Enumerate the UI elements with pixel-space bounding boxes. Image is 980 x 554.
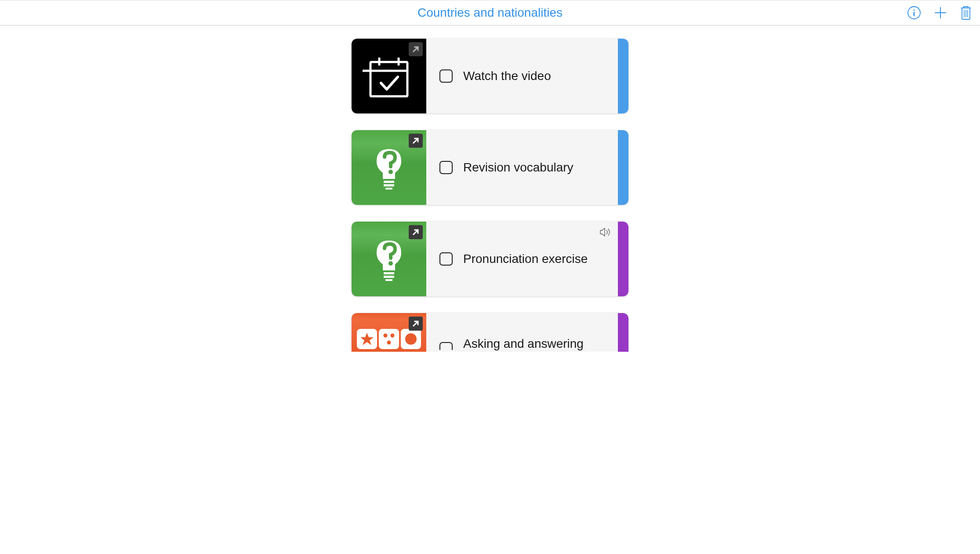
svg-point-20 [384, 334, 388, 338]
card-thumbnail [352, 39, 426, 113]
plus-icon [933, 6, 947, 20]
header-actions [907, 5, 972, 20]
page-title: Countries and nationalities [417, 6, 563, 20]
arrow-up-right-icon [411, 319, 420, 328]
add-button[interactable] [933, 6, 947, 20]
svg-point-22 [387, 341, 391, 345]
calendar-icon [363, 50, 415, 102]
dice-icon [381, 332, 396, 346]
svg-rect-2 [914, 12, 915, 16]
lightbulb-question-icon [367, 141, 411, 194]
expand-badge [409, 317, 423, 331]
svg-point-15 [388, 170, 393, 174]
svg-rect-8 [370, 62, 407, 96]
task-checkbox[interactable] [439, 252, 453, 266]
expand-badge [409, 134, 423, 148]
svg-point-23 [405, 333, 417, 345]
card-body: Asking and answering [426, 313, 618, 352]
card-title: Pronunciation exercise [463, 252, 588, 266]
audio-indicator [599, 227, 612, 239]
trash-icon [960, 5, 972, 20]
svg-rect-18 [385, 279, 392, 281]
expand-badge [409, 42, 423, 56]
card-body: Pronunciation exercise [426, 222, 618, 296]
header-bar: Countries and nationalities [0, 0, 980, 26]
star-icon [359, 332, 374, 346]
card-body: Revision vocabulary [426, 130, 618, 205]
svg-point-21 [391, 334, 395, 338]
svg-rect-16 [384, 272, 394, 274]
lesson-card[interactable]: Asking and answering [352, 313, 628, 352]
lightbulb-question-icon [367, 233, 411, 285]
game-tiles-icon [357, 329, 421, 349]
card-title: Watch the video [463, 69, 551, 83]
info-button[interactable] [907, 6, 921, 20]
card-body: Watch the video [426, 39, 618, 113]
svg-rect-12 [384, 181, 394, 183]
card-title: Revision vocabulary [463, 160, 573, 175]
arrow-up-right-icon [411, 45, 420, 54]
task-checkbox[interactable] [439, 161, 453, 174]
circle-icon [403, 332, 418, 346]
speaker-icon [599, 227, 612, 237]
arrow-up-right-icon [411, 228, 420, 237]
arrow-up-right-icon [411, 136, 420, 145]
svg-rect-14 [385, 188, 392, 190]
svg-point-19 [388, 261, 393, 266]
lesson-card[interactable]: Pronunciation exercise [352, 222, 628, 296]
task-checkbox[interactable] [439, 342, 453, 350]
lesson-card[interactable]: Revision vocabulary [352, 130, 628, 205]
card-thumbnail [352, 313, 426, 352]
card-category-stripe [618, 39, 628, 113]
card-thumbnail [352, 130, 426, 205]
task-checkbox[interactable] [439, 69, 453, 83]
card-thumbnail [352, 222, 426, 296]
svg-rect-13 [384, 184, 394, 186]
svg-point-1 [913, 9, 915, 11]
info-icon [907, 6, 921, 20]
lesson-card[interactable]: Watch the video [352, 39, 628, 113]
card-category-stripe [618, 222, 628, 296]
expand-badge [409, 225, 423, 239]
svg-rect-17 [384, 276, 394, 278]
delete-button[interactable] [960, 5, 972, 20]
content-area: Watch the video Revision vocabulary [0, 26, 980, 352]
card-category-stripe [618, 313, 628, 352]
card-category-stripe [618, 130, 628, 205]
card-title: Asking and answering [463, 337, 584, 351]
